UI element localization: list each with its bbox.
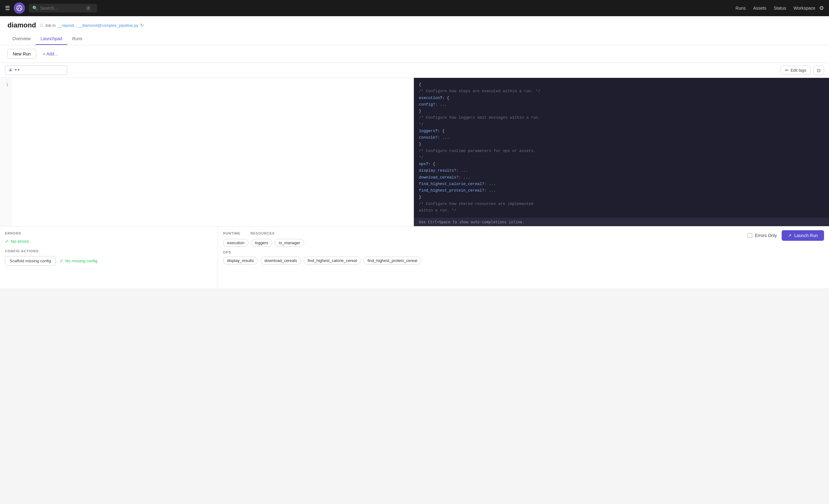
- resources-label: RESOURCES: [250, 231, 275, 235]
- nav-workspace[interactable]: Workspace: [793, 6, 815, 10]
- chip-loggers[interactable]: loggers: [251, 239, 273, 247]
- edit-tags-label: Edit tags: [790, 68, 806, 73]
- runtime-panel: Errors Only ↗ Launch Run RUNTIME RESOURC…: [218, 226, 829, 288]
- bottom-panel: ERRORS ✓ No errors CONFIG ACTIONS: Scaff…: [0, 226, 829, 288]
- no-errors-text: No errors: [11, 239, 29, 244]
- launch-run-button[interactable]: ↗ Launch Run: [782, 230, 824, 241]
- editor-row: 1 { /* Configure how steps are executed …: [0, 78, 829, 226]
- ops-chip-download-cereals[interactable]: download_cereals: [260, 257, 301, 264]
- errors-only-wrap[interactable]: Errors Only: [747, 233, 777, 238]
- search-bar-row: ✳ ✏ Edit tags ⊡: [0, 63, 829, 78]
- autocomplete-hint: Use Ctrl+Space to show auto-completions …: [414, 218, 829, 226]
- topnav: ☰ 🔍 / Runs Assets Status Workspace ⚙: [0, 0, 829, 16]
- errors-only-label: Errors Only: [755, 233, 777, 238]
- search-input[interactable]: [40, 6, 84, 10]
- scaffold-button[interactable]: Scaffold missing config: [5, 256, 56, 266]
- ops-label: OPS: [223, 250, 824, 254]
- no-missing-text: No missing config: [65, 258, 98, 263]
- page-subtitle: ⬡ Job in __reposit...__diamond@complex_p…: [40, 23, 144, 28]
- launch-label: Launch Run: [794, 233, 818, 238]
- ops-chip-find-highest-protein[interactable]: find_highest_protein_cereal: [363, 257, 421, 264]
- gear-icon[interactable]: ⚙: [819, 5, 824, 11]
- nav-status[interactable]: Status: [774, 6, 786, 10]
- no-missing-config: ✓ No missing config: [60, 258, 98, 264]
- right-code-container: { /* Configure how steps are executed wi…: [414, 78, 829, 226]
- page-title: diamond: [7, 21, 36, 29]
- config-btns: Scaffold missing config ✓ No missing con…: [5, 256, 213, 266]
- ops-chip-find-highest-calorie[interactable]: find_highest_calorie_cereal: [303, 257, 361, 264]
- svg-point-1: [19, 6, 20, 8]
- tab-overview[interactable]: Overview: [7, 33, 36, 45]
- tag-search-input[interactable]: [15, 68, 62, 73]
- add-button[interactable]: + Add...: [39, 49, 62, 59]
- asterisk-icon: ✳: [8, 67, 12, 73]
- chip-io-manager[interactable]: io_manager: [275, 239, 304, 247]
- nav-assets[interactable]: Assets: [753, 6, 766, 10]
- title-row: diamond ⬡ Job in __reposit...__diamond@c…: [7, 21, 822, 29]
- expand-button[interactable]: ⊡: [814, 66, 824, 75]
- editor-content[interactable]: [11, 78, 413, 226]
- config-actions-label: CONFIG ACTIONS:: [5, 249, 213, 253]
- nav-runs[interactable]: Runs: [735, 6, 746, 10]
- errors-label: ERRORS: [5, 231, 213, 235]
- hamburger-icon[interactable]: ☰: [5, 5, 10, 11]
- job-icon: ⬡: [40, 23, 43, 27]
- bottom-right-actions: Errors Only ↗ Launch Run: [747, 230, 824, 241]
- job-path-link[interactable]: __reposit...__diamond@complex_pipeline.p…: [57, 23, 138, 28]
- svg-point-2: [18, 8, 19, 9]
- job-prefix: Job in: [45, 23, 56, 28]
- search-slash: /: [86, 6, 90, 10]
- logo: [14, 2, 25, 14]
- tab-launchpad[interactable]: Launchpad: [36, 33, 67, 45]
- tabs: Overview Launchpad Runs: [7, 33, 822, 45]
- errors-only-checkbox[interactable]: [747, 233, 752, 238]
- topnav-links: Runs Assets Status Workspace: [735, 6, 815, 10]
- runtime-chips-row: execution loggers io_manager: [223, 239, 824, 247]
- ops-chip-display-results[interactable]: display_results: [223, 257, 258, 264]
- svg-point-3: [20, 8, 21, 9]
- edit-tags-button[interactable]: ✏ Edit tags: [781, 66, 811, 75]
- refresh-icon[interactable]: ↻: [140, 23, 144, 28]
- check-icon: ✓: [5, 238, 9, 244]
- line-number-1: 1: [2, 82, 8, 88]
- page-header: diamond ⬡ Job in __reposit...__diamond@c…: [0, 16, 829, 45]
- left-editor-pane: 1: [0, 78, 414, 226]
- launch-icon: ↗: [788, 233, 792, 238]
- search-actions: ✏ Edit tags ⊡: [781, 66, 824, 75]
- new-run-button[interactable]: New Run: [7, 49, 36, 59]
- errors-panel: ERRORS ✓ No errors CONFIG ACTIONS: Scaff…: [0, 226, 218, 288]
- svg-point-0: [17, 6, 22, 11]
- ops-chips-row: display_results download_cereals find_hi…: [223, 257, 824, 264]
- chip-execution[interactable]: execution: [223, 239, 249, 247]
- pencil-icon: ✏: [785, 68, 789, 73]
- runtime-label: RUNTIME: [223, 231, 241, 235]
- tab-runs[interactable]: Runs: [67, 33, 87, 45]
- toolbar: New Run + Add...: [0, 45, 829, 63]
- line-numbers: 1: [0, 78, 11, 226]
- search-icon: 🔍: [32, 6, 38, 10]
- config-actions: CONFIG ACTIONS: Scaffold missing config …: [5, 249, 213, 266]
- right-code-pane[interactable]: { /* Configure how steps are executed wi…: [414, 78, 829, 218]
- no-errors: ✓ No errors: [5, 238, 213, 244]
- search-bar: 🔍 /: [29, 4, 97, 12]
- tag-search-wrap: ✳: [5, 65, 67, 75]
- check-icon-2: ✓: [60, 258, 64, 264]
- runtime-header: RUNTIME RESOURCES: [223, 231, 824, 235]
